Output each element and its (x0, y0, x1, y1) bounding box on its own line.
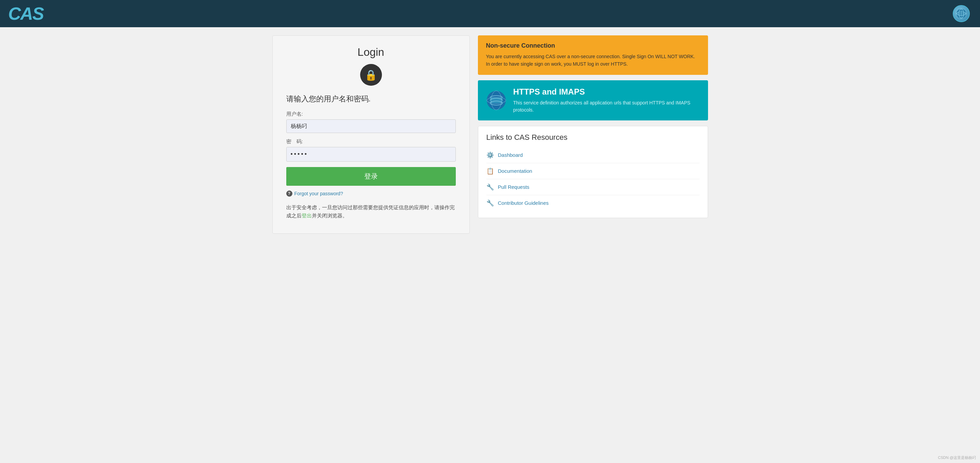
https-banner-text: This service definition authorizes all a… (513, 99, 700, 114)
forgot-password-link[interactable]: Forgot your password? (294, 191, 343, 196)
resource-contributor-guidelines-label: Contributor Guidelines (498, 200, 549, 206)
gear-icon: ⚙️ (487, 151, 494, 159)
user-avatar[interactable] (953, 5, 970, 22)
resource-pull-requests[interactable]: 🔧 Pull Requests (487, 179, 700, 195)
contrib-icon: 🔧 (487, 199, 494, 207)
cas-logo[interactable]: CAS (8, 5, 44, 22)
globe-icon (486, 90, 506, 111)
cas-resources-title: Links to CAS Resources (487, 133, 700, 142)
login-icon-wrap: 🔒 (286, 64, 456, 86)
resource-dashboard-label: Dashboard (498, 152, 523, 158)
username-input[interactable] (286, 119, 456, 133)
resource-pull-requests-label: Pull Requests (498, 184, 530, 190)
warning-banner-title: Non-secure Connection (486, 42, 700, 49)
login-button[interactable]: 登录 (286, 167, 456, 186)
main-content: Login 🔒 请输入您的用户名和密码. 用户名: 密 码: 登录 ? Forg… (252, 27, 729, 242)
avatar-globe-icon (956, 8, 967, 19)
login-panel: Login 🔒 请输入您的用户名和密码. 用户名: 密 码: 登录 ? Forg… (272, 35, 470, 234)
login-title: Login (286, 46, 456, 59)
help-icon: ? (286, 190, 293, 197)
lock-icon: 🔒 (360, 64, 382, 86)
resource-contributor-guidelines[interactable]: 🔧 Contributor Guidelines (487, 195, 700, 211)
watermark: CSDN @这里是杨杨叼 (938, 455, 976, 460)
username-label: 用户名: (286, 111, 456, 117)
warning-banner-text: You are currently accessing CAS over a n… (486, 53, 700, 68)
logout-link[interactable]: 登出 (302, 212, 312, 219)
warning-banner: Non-secure Connection You are currently … (478, 35, 708, 75)
cas-resources-panel: Links to CAS Resources ⚙️ Dashboard 📋 Do… (478, 126, 708, 218)
header: CAS (0, 0, 980, 27)
pr-icon: 🔧 (487, 183, 494, 191)
password-input[interactable] (286, 147, 456, 162)
password-label: 密 码: (286, 138, 456, 145)
security-note: 出于安全考虑，一旦您访问过那些需要您提供凭证信息的应用时，请操作完成之后登出并关… (286, 203, 456, 220)
right-panel: Non-secure Connection You are currently … (478, 35, 708, 234)
resource-dashboard[interactable]: ⚙️ Dashboard (487, 147, 700, 163)
doc-icon: 📋 (487, 167, 494, 175)
https-banner-content: HTTPS and IMAPS This service definition … (513, 87, 700, 114)
resource-documentation[interactable]: 📋 Documentation (487, 163, 700, 179)
https-banner-title: HTTPS and IMAPS (513, 87, 700, 97)
forgot-password-row: ? Forgot your password? (286, 190, 456, 197)
login-subtitle: 请输入您的用户名和密码. (286, 94, 456, 104)
https-banner: HTTPS and IMAPS This service definition … (478, 80, 708, 121)
resource-documentation-label: Documentation (498, 168, 532, 174)
